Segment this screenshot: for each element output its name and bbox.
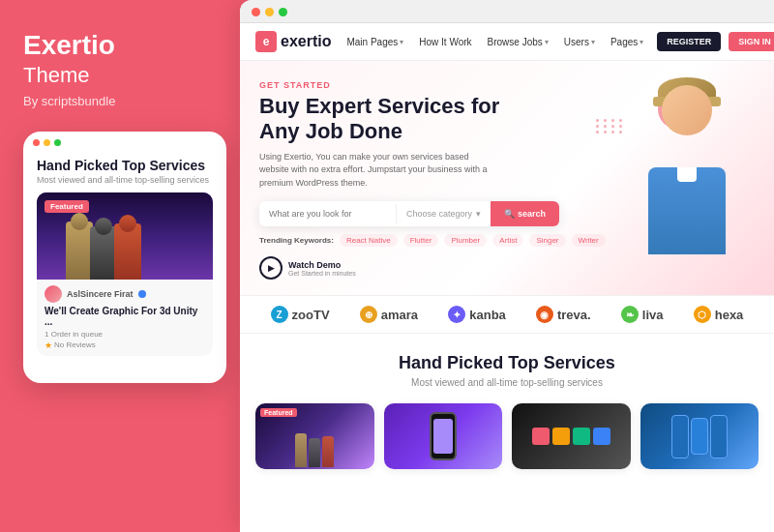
app-illustration bbox=[640, 403, 759, 469]
tag-flutter[interactable]: Flutter bbox=[403, 234, 439, 247]
partner-hexa: ⬡ hexa bbox=[694, 306, 744, 323]
logo-text: exertio bbox=[281, 33, 331, 50]
figure-3 bbox=[114, 223, 141, 280]
search-button[interactable]: 🔍 search bbox=[491, 201, 559, 226]
partner-zootv: Z zooTV bbox=[271, 306, 330, 323]
person-collar bbox=[677, 167, 697, 182]
mini-fig-3 bbox=[322, 436, 334, 467]
nav-users[interactable]: Users ▾ bbox=[558, 33, 601, 51]
browser-dot-green[interactable] bbox=[279, 8, 287, 16]
tag-writer[interactable]: Writer bbox=[572, 234, 606, 247]
nav-main-pages[interactable]: Main Pages ▾ bbox=[341, 33, 409, 51]
tag-react-native[interactable]: React Native bbox=[340, 234, 398, 247]
category-select[interactable]: Choose category ▾ bbox=[397, 203, 491, 224]
mobile-mockup: Hand Picked Top Services Most viewed and… bbox=[23, 132, 226, 383]
cube-4 bbox=[593, 428, 610, 445]
kanba-icon: ✦ bbox=[448, 306, 465, 323]
amara-label: amara bbox=[381, 308, 418, 322]
chevron-down-icon-2: ▾ bbox=[545, 38, 549, 46]
mobile-card-info: AslSincere Firat We'll Create Graphic Fo… bbox=[37, 280, 213, 356]
figure-head-1 bbox=[71, 213, 88, 230]
category-label: Choose category bbox=[406, 209, 472, 219]
mobile-avatar bbox=[45, 285, 62, 303]
tag-singer[interactable]: Singer bbox=[529, 234, 565, 247]
kanba-label: kanba bbox=[469, 308, 506, 322]
chevron-down-icon-5: ▾ bbox=[476, 209, 481, 219]
service-card-2[interactable] bbox=[384, 403, 503, 469]
mobile-stars: ★ No Reviews bbox=[45, 340, 205, 350]
mobile-verified-badge bbox=[138, 290, 146, 298]
navbar: e exertio Main Pages ▾ How It Work Brows… bbox=[240, 23, 774, 61]
nav-logo: e exertio bbox=[255, 31, 331, 52]
partners-strip: Z zooTV ⊕ amara ✦ kanba ◉ treva. ❧ liva … bbox=[240, 295, 774, 334]
zootv-icon: Z bbox=[271, 306, 288, 323]
brand-by: By scriptsbundle bbox=[23, 94, 217, 108]
zootv-label: zooTV bbox=[292, 308, 330, 322]
left-panel: Exertio Theme By scriptsbundle Hand Pick… bbox=[0, 0, 240, 532]
play-button[interactable]: ▶ bbox=[259, 256, 283, 280]
mobile-window-controls bbox=[23, 132, 226, 152]
hero-description: Using Exertio, You can make your own ser… bbox=[259, 151, 491, 191]
search-bar: Choose category ▾ 🔍 search bbox=[259, 201, 559, 226]
signin-button[interactable]: SIGN IN bbox=[729, 32, 774, 51]
services-section: Hand Picked Top Services Most viewed and… bbox=[240, 334, 774, 485]
mobile-service-card[interactable]: Featured AslSincere Firat We'll Create G… bbox=[37, 192, 213, 356]
browser-dot-red[interactable] bbox=[252, 8, 260, 16]
person-head bbox=[662, 85, 712, 135]
nav-pages[interactable]: Pages ▾ bbox=[605, 33, 649, 51]
cube-3 bbox=[573, 428, 590, 445]
service-card-3[interactable] bbox=[512, 403, 631, 469]
tag-plumber[interactable]: Plumber bbox=[444, 234, 487, 247]
mobile-avatar-row: AslSincere Firat bbox=[45, 285, 205, 303]
service-card-4[interactable] bbox=[640, 403, 759, 469]
trending-label: Trending Keywords: bbox=[259, 236, 334, 245]
liva-icon: ❧ bbox=[621, 306, 639, 323]
treva-label: treva. bbox=[557, 308, 591, 322]
service-card-4-image bbox=[640, 403, 759, 469]
person-body bbox=[648, 167, 726, 254]
partner-treva: ◉ treva. bbox=[536, 306, 591, 323]
amara-icon: ⊕ bbox=[360, 306, 377, 323]
nav-browse-jobs[interactable]: Browse Jobs ▾ bbox=[482, 33, 554, 51]
mobile-dot-red bbox=[33, 139, 40, 146]
phone-illustration bbox=[384, 403, 503, 469]
phone-screen bbox=[433, 419, 453, 454]
browser-dot-yellow[interactable] bbox=[265, 8, 274, 16]
service-card-1-image: Featured bbox=[255, 403, 374, 469]
service-card-2-image bbox=[384, 403, 503, 469]
register-button[interactable]: REGISTER bbox=[657, 32, 721, 51]
mobile-card-image: Featured bbox=[37, 192, 213, 280]
search-input[interactable] bbox=[259, 203, 396, 224]
star-icon: ★ bbox=[45, 340, 52, 350]
watch-demo[interactable]: ▶ Watch Demo Get Started in minutes bbox=[259, 256, 755, 280]
tag-artist[interactable]: Artist bbox=[492, 234, 523, 247]
service-card-1[interactable]: Featured bbox=[255, 403, 374, 469]
treva-icon: ◉ bbox=[536, 306, 553, 323]
figure-head-3 bbox=[119, 215, 136, 232]
search-icon: 🔍 bbox=[504, 209, 515, 219]
site-content: e exertio Main Pages ▾ How It Work Brows… bbox=[240, 23, 774, 528]
hero-title: Buy Expert Services for Any Job Done bbox=[259, 94, 511, 145]
phone-shape bbox=[430, 412, 457, 460]
featured-badge: Featured bbox=[45, 200, 89, 213]
services-subtitle: Most viewed and all-time top-selling ser… bbox=[255, 377, 759, 388]
cube-1 bbox=[532, 428, 550, 445]
services-title: Hand Picked Top Services bbox=[255, 353, 759, 373]
chevron-down-icon-4: ▾ bbox=[640, 38, 643, 46]
mobile-section-title: Hand Picked Top Services bbox=[37, 158, 213, 173]
hexa-icon: ⬡ bbox=[694, 306, 711, 323]
chevron-down-icon: ▾ bbox=[400, 38, 403, 46]
hero-section: GET STARTED Buy Expert Services for Any … bbox=[240, 61, 774, 295]
mobile-dot-green bbox=[54, 139, 61, 146]
mobile-content: Hand Picked Top Services Most viewed and… bbox=[23, 152, 226, 356]
logo-icon: e bbox=[255, 31, 277, 52]
app-screen-2 bbox=[691, 418, 708, 455]
cubes-illustration bbox=[512, 403, 631, 469]
nav-how-it-work[interactable]: How It Work bbox=[413, 33, 477, 51]
no-reviews: No Reviews bbox=[54, 340, 96, 349]
service-featured-badge: Featured bbox=[260, 408, 297, 417]
play-icon: ▶ bbox=[268, 263, 275, 273]
figure-1 bbox=[66, 222, 93, 280]
brand-name: Exertio bbox=[23, 31, 217, 61]
browser-chrome bbox=[240, 0, 774, 23]
